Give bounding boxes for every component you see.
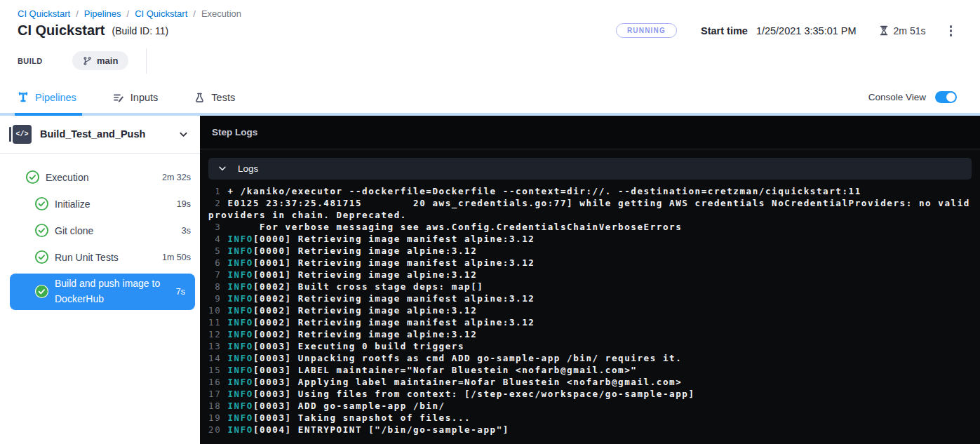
log-line: 2 E0125 23:37:25.481715 20 aws_credentia… [208, 197, 972, 221]
log-line: 16 INFO[0003] Applying label maintainer=… [208, 376, 972, 388]
log-level-info: INFO [227, 341, 253, 351]
log-line-number: 3 [208, 222, 227, 232]
log-line-number: 14 [208, 353, 227, 363]
log-level-info: INFO [227, 377, 253, 387]
log-line: 15 INFO[0003] LABEL maintainer="Nofar Bl… [208, 364, 972, 376]
log-line-number: 20 [208, 424, 227, 435]
log-text: [0002] Retrieving image alpine:3.12 [253, 329, 477, 339]
log-text: [0002] Retrieving image manifest alpine:… [253, 317, 535, 328]
log-text: [0002] Built cross stage deps: map[] [253, 281, 484, 292]
log-level-info: INFO [227, 329, 253, 339]
git-branch-icon [83, 56, 92, 66]
success-check-icon [34, 250, 49, 264]
toggle-knob [946, 93, 955, 102]
step-row-execution[interactable]: Execution 2m 32s [0, 164, 200, 191]
step-duration: 2m 32s [162, 173, 191, 182]
breadcrumb-link-pipeline[interactable]: CI Quickstart [135, 8, 187, 19]
log-level-info: INFO [227, 245, 253, 256]
log-line: 6 INFO[0001] Retrieving image manifest a… [208, 257, 972, 269]
step-row-build-and-push[interactable]: Build and push image to DockerHub 7s [10, 274, 195, 310]
breadcrumb-separator: / [127, 8, 130, 19]
step-logs-title: Step Logs [200, 116, 980, 149]
elapsed-value: 2m 51s [894, 25, 926, 36]
log-level-info: INFO [227, 401, 253, 411]
title-row: CI Quickstart (Build ID: 11) RUNNING Sta… [0, 19, 980, 39]
start-time-label: Start time [701, 25, 748, 36]
log-text: [0001] Retrieving image manifest alpine:… [253, 257, 535, 268]
step-row-initialize[interactable]: Initialize 19s [0, 191, 200, 217]
breadcrumb-separator: / [76, 8, 79, 19]
log-text: [0001] Retrieving image alpine:3.12 [253, 269, 477, 280]
log-line-number: 17 [208, 389, 227, 399]
stage-name: Build_Test_and_Push [40, 128, 178, 140]
success-check-icon [25, 170, 40, 184]
tests-flask-icon [194, 92, 205, 103]
log-text: [0003] Executing 0 build triggers [253, 341, 464, 351]
logs-section-header[interactable]: Logs [208, 158, 972, 180]
log-line-number: 12 [208, 329, 227, 339]
log-line-number: 10 [208, 305, 227, 316]
console-view-label: Console View [868, 92, 926, 102]
log-text: [0004] ENTRYPOINT ["/bin/go-sample-app"] [253, 424, 509, 435]
breadcrumb-link-project[interactable]: CI Quickstart [18, 8, 70, 19]
step-duration: 7s [176, 287, 185, 297]
log-level-info: INFO [227, 305, 253, 316]
step-duration: 3s [182, 226, 191, 236]
log-text: For verbose messaging see aws.Config.Cre… [227, 222, 682, 232]
breadcrumb: CI Quickstart / Pipelines / CI Quickstar… [0, 0, 980, 19]
app-window: CI Quickstart / Pipelines / CI Quickstar… [0, 0, 980, 444]
log-text: E0125 23:37:25.481715 20 aws_credentials… [208, 198, 976, 220]
log-line: 19 INFO[0003] Taking snapshot of files..… [208, 412, 972, 424]
log-line: 4 INFO[0000] Retrieving image manifest a… [208, 233, 972, 245]
branch-name: main [97, 55, 118, 66]
log-level-info: INFO [227, 317, 253, 328]
log-text: [0000] Retrieving image alpine:3.12 [253, 245, 477, 256]
logs-section-label: Logs [238, 163, 258, 174]
log-text: [0003] ADD go-sample-app /bin/ [253, 401, 445, 411]
console-view-toggle[interactable] [935, 91, 957, 103]
log-line: 12 INFO[0002] Retrieving image alpine:3.… [208, 328, 972, 340]
log-text: [0003] Unpacking rootfs as cmd ADD go-sa… [253, 353, 682, 363]
log-level-info: INFO [227, 424, 253, 435]
code-stage-icon: </> [13, 125, 32, 144]
pipelines-icon [18, 92, 29, 103]
log-line: 3 For verbose messaging see aws.Config.C… [208, 221, 972, 233]
success-check-icon-solid [34, 284, 49, 299]
build-section-label: BUILD [18, 57, 72, 65]
more-options-kebab-icon[interactable] [946, 22, 957, 39]
log-level-info: INFO [227, 234, 253, 244]
log-line-number: 18 [208, 401, 227, 411]
step-label: Build and push image to DockerHub [55, 276, 173, 307]
step-row-git-clone[interactable]: Git clone 3s [0, 217, 200, 244]
step-row-run-unit-tests[interactable]: Run Unit Tests 1m 50s [0, 244, 200, 271]
tab-tests-label: Tests [211, 92, 235, 103]
tab-pipelines[interactable]: Pipelines [18, 82, 76, 113]
chevron-down-icon[interactable] [178, 129, 189, 140]
log-level-info: INFO [227, 365, 253, 375]
log-line: 14 INFO[0003] Unpacking rootfs as cmd AD… [208, 352, 972, 364]
log-line-number: 11 [208, 317, 227, 328]
log-line: 20 INFO[0004] ENTRYPOINT ["/bin/go-sampl… [208, 424, 972, 436]
execution-sidebar: </> Build_Test_and_Push Execution 2m 32s [0, 116, 200, 444]
tab-inputs[interactable]: Inputs [113, 82, 159, 113]
log-line-number: 8 [208, 281, 227, 292]
stage-header[interactable]: </> Build_Test_and_Push [0, 116, 200, 153]
step-duration: 19s [177, 199, 191, 209]
log-level-info: INFO [227, 293, 253, 304]
success-check-icon [34, 223, 49, 238]
status-badge: RUNNING [616, 23, 677, 38]
vertical-divider [146, 48, 147, 74]
log-line: 8 INFO[0002] Built cross stage deps: map… [208, 281, 972, 292]
success-check-icon [34, 196, 49, 211]
log-level-info: INFO [227, 281, 253, 292]
log-line-number: 7 [208, 269, 227, 280]
step-label: Git clone [55, 225, 93, 236]
log-level-info: INFO [227, 353, 253, 363]
breadcrumb-link-pipelines[interactable]: Pipelines [84, 8, 121, 19]
log-text: [0002] Retrieving image alpine:3.12 [253, 305, 477, 316]
execution-meta: RUNNING Start time 1/25/2021 3:35:01 PM … [616, 22, 966, 39]
step-logs-panel: Step Logs Logs 1 + /kaniko/executor --do… [200, 116, 980, 444]
log-text: [0003] Taking snapshot of files... [253, 412, 471, 423]
log-level-info: INFO [227, 412, 253, 423]
tab-tests[interactable]: Tests [194, 82, 235, 113]
